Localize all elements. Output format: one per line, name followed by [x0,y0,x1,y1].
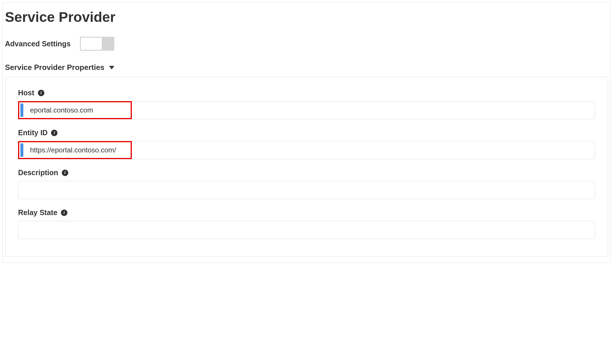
host-field-group: Host i [18,89,595,119]
description-input[interactable] [18,181,595,199]
advanced-settings-row: Advanced Settings [5,37,610,51]
advanced-settings-label: Advanced Settings [5,40,71,48]
section-header[interactable]: Service Provider Properties [5,63,610,72]
relay-state-input[interactable] [18,221,595,239]
entity-id-field-group: Entity ID i [18,129,595,159]
filled-marker [20,103,23,117]
section-title: Service Provider Properties [5,63,104,72]
info-icon[interactable]: i [62,170,68,176]
relay-state-label: Relay State [18,208,57,217]
relay-state-field-group: Relay State i [18,208,595,239]
page-title: Service Provider [5,9,610,25]
host-input[interactable] [18,101,595,119]
filled-marker [20,143,23,157]
info-icon[interactable]: i [61,210,67,216]
service-provider-page: Service Provider Advanced Settings Servi… [2,2,611,263]
entity-id-label: Entity ID [18,129,48,137]
entity-id-input[interactable] [18,141,595,159]
description-field-group: Description i [18,168,595,199]
properties-panel: Host i Entity ID i Description [5,77,608,257]
host-label: Host [18,89,34,97]
info-icon[interactable]: i [38,90,44,96]
chevron-down-icon [109,66,114,69]
description-label: Description [18,168,58,177]
info-icon[interactable]: i [51,130,57,136]
toggle-knob [80,37,102,50]
advanced-settings-toggle[interactable] [80,37,114,51]
